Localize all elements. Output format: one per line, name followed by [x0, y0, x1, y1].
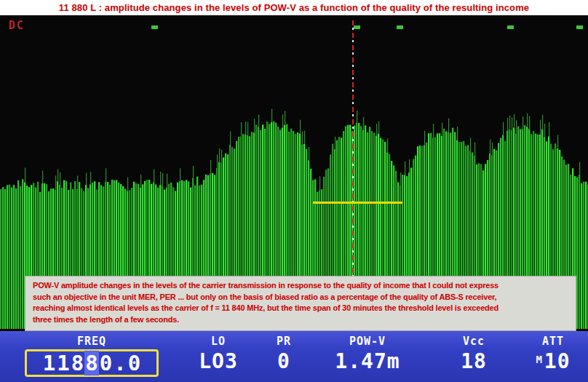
threshold-line	[313, 202, 402, 204]
status-col-freq: FREQ 11880.0	[0, 331, 175, 382]
lo-label: LO	[175, 331, 262, 348]
status-col-att: ATT M10	[518, 331, 588, 382]
freq-digit[interactable]: .	[113, 351, 127, 375]
freq-digit[interactable]: 0	[127, 351, 141, 375]
status-col-pr: PR 0	[262, 331, 306, 382]
tick-mark	[507, 25, 514, 29]
tick-mark	[354, 25, 360, 29]
annotation-line: POW-V amplitude changes in the levels of…	[33, 280, 571, 292]
page-title: 11 880 L : amplitude changes in the leve…	[59, 2, 529, 13]
annotation-line: such an objective in the unit MER, PER .…	[33, 292, 571, 303]
tick-mark	[576, 25, 583, 29]
dc-indicator: DC	[9, 19, 25, 32]
pr-label: PR	[262, 331, 306, 348]
att-label: ATT	[518, 331, 588, 348]
status-bar: FREQ 11880.0 LO LO3 PR 0 POW-V 1.47m Vcc…	[0, 331, 588, 382]
tick-mark	[397, 25, 403, 29]
att-mode-prefix: M	[536, 354, 542, 365]
pr-value: 0	[262, 349, 306, 373]
annotation-box: POW-V amplitude changes in the levels of…	[25, 276, 576, 331]
annotation-line: three times the length of a few seconds.	[33, 314, 571, 326]
powv-value: 1.47m	[306, 349, 429, 373]
vcc-value: 18	[429, 349, 518, 373]
freq-value-box[interactable]: 11880.0	[25, 349, 159, 377]
lo-value: LO3	[175, 349, 262, 373]
freq-digit[interactable]: 1	[56, 351, 70, 375]
tick-mark	[151, 25, 158, 29]
freq-digit[interactable]: 8	[84, 351, 98, 375]
status-col-powv: POW-V 1.47m	[306, 331, 429, 382]
att-number: 10	[544, 349, 571, 373]
status-col-lo: LO LO3	[175, 331, 262, 382]
frequency-marker-line[interactable]	[352, 20, 354, 276]
freq-value[interactable]: 11880.0	[41, 351, 142, 375]
freq-digit[interactable]: 8	[71, 351, 84, 375]
header-bar: 11 880 L : amplitude changes in the leve…	[0, 0, 588, 15]
freq-label: FREQ	[25, 331, 159, 348]
annotation-line: reaching almost identical levels as the …	[33, 303, 571, 314]
att-value: M10	[518, 349, 588, 373]
status-col-vcc: Vcc 18	[429, 331, 518, 382]
powv-label: POW-V	[306, 331, 429, 348]
spectrum-screen: DC POW-V amplitude changes in the levels…	[0, 15, 588, 331]
freq-digit[interactable]: 0	[99, 351, 113, 375]
device-screenshot: { "header": { "title": "11 880 L : ampli…	[0, 0, 588, 382]
vcc-label: Vcc	[429, 331, 518, 348]
freq-digit[interactable]: 1	[42, 351, 56, 375]
